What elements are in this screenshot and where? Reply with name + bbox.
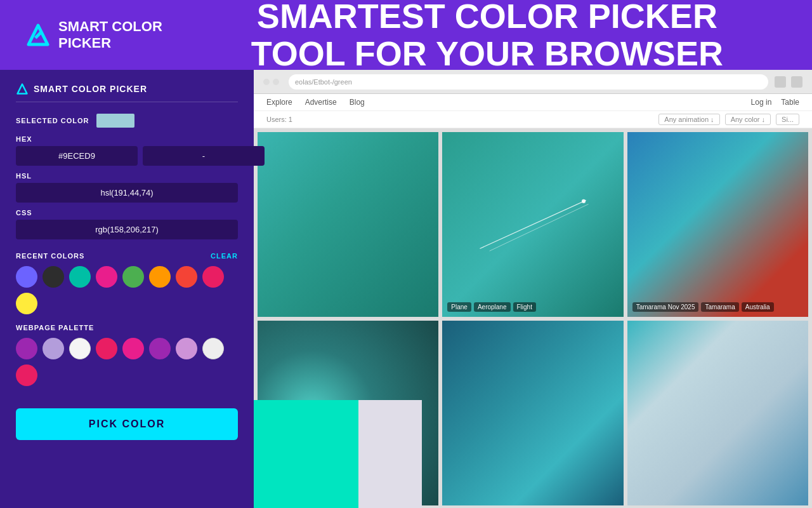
recent-color-7[interactable]	[176, 266, 197, 288]
tag-tamarama: Tamarama	[701, 302, 738, 312]
recent-color-8[interactable]	[202, 266, 224, 288]
sidebar-logo-icon	[16, 83, 29, 95]
css-label: CSS	[16, 209, 238, 217]
hsl-row	[16, 183, 238, 203]
plane-tags: Plane Aeroplane Flight	[447, 302, 536, 312]
tag-flight: Flight	[513, 302, 536, 312]
palette-color-7[interactable]	[176, 338, 197, 359]
logo-area: SMART COLORPICKER	[25, 18, 162, 52]
hex-label: HEX	[16, 135, 238, 143]
recent-color-3[interactable]	[69, 266, 91, 288]
svg-line-4	[490, 204, 589, 251]
filter-color[interactable]: Any color ↓	[725, 114, 771, 125]
webpage-palette-swatches	[16, 338, 238, 386]
palette-color-2[interactable]	[43, 338, 64, 359]
hsl-label: HSL	[16, 172, 238, 180]
sidebar-header: SMART COLOR PICKER	[16, 83, 238, 102]
selected-color-row: SELECTED COLOR	[16, 114, 238, 128]
image-flowers2	[627, 321, 808, 505]
flowers-tags: Tamarama Nov 2025 Tamarama Australia	[632, 302, 774, 312]
selected-color-swatch	[96, 114, 134, 128]
sidebar: SMART COLOR PICKER SELECTED COLOR HEX HS…	[0, 70, 254, 508]
recent-colors-label: RECENT COLORS	[16, 252, 84, 260]
recent-color-4[interactable]	[96, 266, 117, 288]
browser-subbar: Users: 1 Any animation ↓ Any color ↓ Si.…	[254, 111, 812, 128]
recent-color-1[interactable]	[16, 266, 37, 288]
hsl-input[interactable]	[16, 183, 238, 203]
recent-colors-swatches	[16, 266, 238, 314]
sidebar-title: SMART COLOR PICKER	[34, 84, 147, 94]
nav-advertise[interactable]: Advertise	[305, 98, 337, 107]
clear-button[interactable]: CLEAR	[211, 252, 238, 260]
hex-input[interactable]	[16, 146, 138, 166]
nav-explore[interactable]: Explore	[266, 98, 292, 107]
bottom-gray-decoration	[358, 400, 422, 508]
header: SMART COLORPICKER SMARTEST COLOR PICKER …	[0, 0, 812, 70]
users-count: Users: 1	[266, 116, 292, 123]
nav-table[interactable]: Table	[781, 98, 799, 107]
image-teal-wave	[258, 132, 438, 317]
recent-colors-header: RECENT COLORS CLEAR	[16, 252, 238, 260]
tag-australia: Australia	[742, 302, 774, 312]
svg-line-3	[480, 200, 586, 248]
tag-plane: Plane	[447, 302, 471, 312]
browser-content: eolas/Etbot-/green Explore Advertise Blo…	[254, 70, 812, 508]
hex-secondary-input[interactable]	[143, 146, 265, 166]
image-plane: Plane Aeroplane Flight	[442, 132, 623, 317]
image-water	[442, 321, 623, 505]
svg-point-5	[582, 199, 586, 203]
browser-nav: Explore Advertise Blog Log in Table	[254, 94, 812, 111]
recent-color-9[interactable]	[16, 293, 37, 314]
palette-color-3[interactable]	[69, 338, 91, 359]
filter-size[interactable]: Si...	[776, 114, 799, 125]
browser-bar: eolas/Etbot-/green	[254, 70, 812, 94]
plane-svg	[461, 150, 605, 298]
palette-color-8[interactable]	[202, 338, 224, 359]
css-row	[16, 220, 238, 239]
recent-color-6[interactable]	[149, 266, 171, 288]
header-title: SMARTEST COLOR PICKER TOOL FOR YOUR BROW…	[162, 0, 787, 72]
webpage-palette-label: WEBPAGE PALETTE	[16, 324, 238, 331]
browser-url-bar[interactable]: eolas/Etbot-/green	[289, 74, 768, 90]
tag-tamarama-date: Tamarama Nov 2025	[632, 302, 699, 312]
hex-row	[16, 146, 238, 166]
logo-text: SMART COLORPICKER	[58, 18, 162, 52]
palette-color-6[interactable]	[149, 338, 171, 359]
palette-color-4[interactable]	[96, 338, 117, 359]
palette-color-1[interactable]	[16, 338, 37, 359]
image-flowers: Tamarama Nov 2025 Tamarama Australia	[627, 132, 808, 317]
selected-color-label: SELECTED COLOR	[16, 117, 89, 124]
main-content: SMART COLOR PICKER SELECTED COLOR HEX HS…	[0, 70, 812, 508]
pick-color-button[interactable]: PICK COLOR	[16, 408, 238, 440]
svg-marker-2	[18, 84, 27, 94]
palette-color-9[interactable]	[16, 364, 37, 386]
recent-color-5[interactable]	[122, 266, 144, 288]
nav-login[interactable]: Log in	[751, 98, 772, 107]
tag-aeroplane: Aeroplane	[474, 302, 511, 312]
logo-icon	[25, 22, 51, 48]
recent-color-2[interactable]	[43, 266, 64, 288]
bottom-teal-decoration	[254, 400, 358, 508]
filter-orientation[interactable]: Any animation ↓	[658, 114, 719, 125]
nav-blog[interactable]: Blog	[350, 98, 365, 107]
palette-color-5[interactable]	[122, 338, 144, 359]
css-input[interactable]	[16, 220, 238, 239]
